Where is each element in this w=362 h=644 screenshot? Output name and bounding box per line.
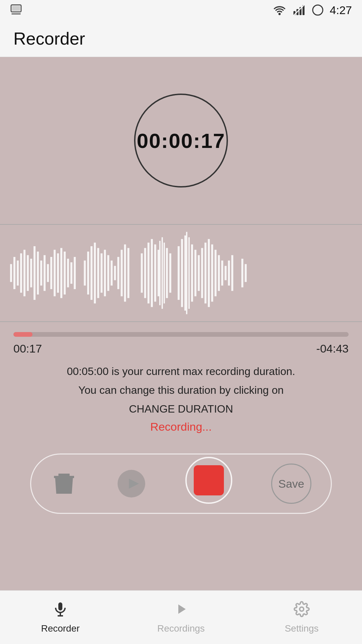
svg-rect-66 — [221, 261, 223, 286]
svg-rect-22 — [60, 248, 62, 298]
svg-rect-68 — [228, 261, 230, 286]
svg-rect-57 — [191, 245, 193, 302]
svg-rect-31 — [97, 248, 99, 298]
max-duration-line1: 00:05:00 is your current max recording d… — [13, 363, 349, 379]
svg-rect-53 — [181, 239, 183, 307]
svg-rect-29 — [90, 246, 93, 300]
svg-rect-39 — [124, 245, 126, 302]
status-bar-left-icon — [10, 3, 22, 17]
status-bar: 4:27 — [0, 0, 362, 20]
controls-oval: Save — [30, 453, 332, 514]
waveform-section — [0, 225, 362, 322]
svg-rect-12 — [27, 255, 29, 291]
svg-rect-21 — [57, 253, 59, 292]
svg-rect-38 — [121, 250, 123, 297]
svg-rect-36 — [114, 266, 116, 280]
svg-rect-45 — [154, 245, 156, 302]
svg-rect-19 — [50, 257, 52, 289]
svg-rect-52 — [178, 246, 180, 300]
svg-rect-55 — [186, 232, 187, 314]
nav-item-settings[interactable]: Settings — [241, 601, 362, 634]
svg-rect-9 — [17, 261, 19, 286]
svg-rect-49 — [164, 243, 165, 303]
timer-display: 00:00:17 — [137, 129, 225, 153]
nav-label-recordings: Recordings — [157, 623, 205, 634]
max-duration-line2: You can change this duration by clicking… — [13, 382, 349, 398]
svg-rect-50 — [166, 248, 168, 298]
svg-rect-59 — [198, 255, 200, 291]
svg-rect-28 — [87, 252, 89, 294]
svg-rect-69 — [231, 255, 233, 291]
svg-rect-60 — [201, 248, 203, 298]
svg-marker-79 — [178, 604, 186, 614]
svg-rect-23 — [64, 252, 66, 294]
svg-rect-7 — [10, 264, 12, 282]
remaining-time: -04:43 — [316, 342, 349, 355]
svg-rect-35 — [111, 261, 113, 286]
status-time: 4:27 — [330, 4, 352, 17]
svg-rect-10 — [20, 253, 22, 292]
svg-rect-58 — [194, 250, 196, 297]
nav-item-recorder[interactable]: Recorder — [0, 601, 121, 634]
svg-rect-17 — [44, 255, 46, 291]
timer-section: 00:00:17 — [0, 57, 362, 225]
time-labels: 00:17 -04:43 — [13, 342, 349, 355]
play-nav-icon — [173, 601, 189, 620]
svg-rect-11 — [23, 250, 25, 297]
svg-rect-41 — [141, 253, 143, 292]
nav-label-settings: Settings — [285, 623, 318, 634]
svg-rect-64 — [215, 250, 217, 297]
svg-rect-51 — [169, 253, 171, 292]
svg-point-80 — [300, 607, 304, 611]
svg-rect-15 — [37, 252, 39, 294]
svg-rect-44 — [151, 239, 153, 307]
save-label: Save — [278, 477, 304, 490]
svg-rect-70 — [241, 259, 243, 287]
timer-circle: 00:00:17 — [134, 94, 228, 187]
svg-rect-27 — [84, 261, 86, 286]
svg-rect-30 — [94, 243, 96, 303]
save-button[interactable]: Save — [271, 464, 311, 504]
svg-rect-25 — [70, 262, 72, 284]
progress-bar-fill — [13, 332, 33, 337]
svg-rect-8 — [13, 257, 15, 289]
svg-rect-33 — [104, 250, 106, 297]
record-stop-button[interactable] — [185, 457, 232, 504]
controls-section: Save — [0, 433, 362, 534]
svg-rect-65 — [218, 255, 220, 291]
wifi-icon — [273, 5, 286, 15]
waveform-visual — [7, 225, 355, 321]
svg-rect-18 — [47, 264, 49, 282]
svg-rect-42 — [144, 248, 146, 298]
bottom-nav: Recorder Recordings Settings — [0, 590, 362, 644]
svg-rect-37 — [117, 257, 119, 289]
nav-item-recordings[interactable]: Recordings — [121, 601, 241, 634]
svg-rect-14 — [34, 246, 36, 300]
svg-point-6 — [313, 5, 323, 15]
svg-rect-71 — [245, 264, 247, 282]
elapsed-time: 00:17 — [13, 342, 42, 355]
svg-rect-62 — [208, 239, 210, 307]
recording-status: Recording... — [13, 420, 349, 433]
circle-status-icon — [312, 4, 324, 16]
svg-rect-48 — [162, 237, 163, 309]
mic-icon — [52, 601, 68, 620]
info-section: 00:17 -04:43 00:05:00 is your current ma… — [0, 322, 362, 433]
svg-rect-26 — [74, 257, 76, 289]
svg-rect-24 — [67, 259, 69, 287]
svg-rect-34 — [107, 255, 109, 291]
app-title: Recorder — [13, 29, 85, 49]
svg-rect-40 — [127, 248, 129, 298]
svg-rect-76 — [58, 602, 62, 610]
max-duration-line3: CHANGE DURATION — [13, 401, 349, 417]
svg-rect-63 — [211, 245, 213, 302]
play-button[interactable] — [116, 469, 146, 499]
svg-rect-32 — [101, 253, 103, 292]
progress-bar-container — [13, 332, 349, 337]
svg-rect-47 — [159, 241, 161, 305]
delete-button[interactable] — [51, 470, 77, 497]
svg-rect-16 — [40, 261, 42, 286]
svg-rect-43 — [147, 243, 149, 303]
svg-rect-61 — [204, 243, 206, 303]
svg-rect-20 — [54, 250, 56, 297]
